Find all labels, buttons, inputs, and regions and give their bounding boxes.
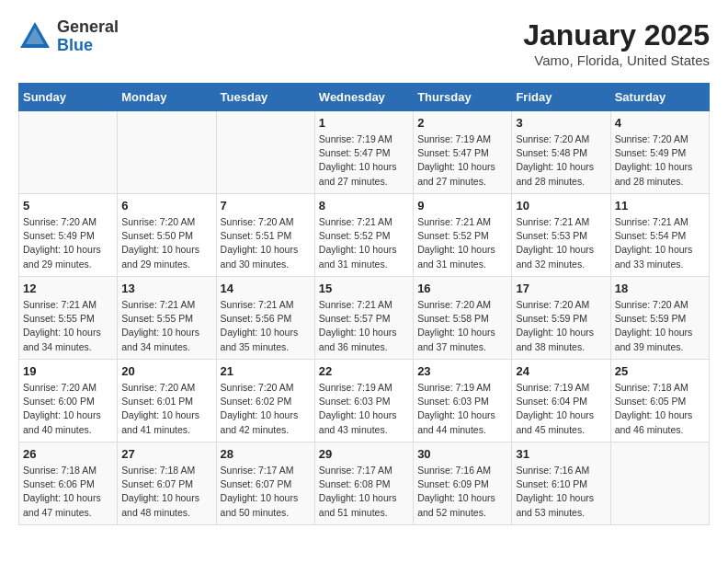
day-number: 10 <box>516 199 606 213</box>
calendar-cell: 11Sunrise: 7:21 AM Sunset: 5:54 PM Dayli… <box>610 194 709 277</box>
calendar-cell: 23Sunrise: 7:19 AM Sunset: 6:03 PM Dayli… <box>414 360 512 442</box>
day-info: Sunrise: 7:21 AM Sunset: 5:53 PM Dayligh… <box>516 215 606 271</box>
day-info: Sunrise: 7:21 AM Sunset: 5:54 PM Dayligh… <box>615 215 705 271</box>
day-info: Sunrise: 7:20 AM Sunset: 5:58 PM Dayligh… <box>417 298 507 354</box>
day-info: Sunrise: 7:20 AM Sunset: 6:01 PM Dayligh… <box>121 381 211 437</box>
day-info: Sunrise: 7:17 AM Sunset: 6:07 PM Dayligh… <box>221 464 311 520</box>
calendar-cell: 3Sunrise: 7:20 AM Sunset: 5:48 PM Daylig… <box>512 111 610 194</box>
day-number: 3 <box>516 116 606 130</box>
logo: General Blue <box>18 18 119 55</box>
day-number: 15 <box>319 282 409 295</box>
calendar-cell: 21Sunrise: 7:20 AM Sunset: 6:02 PM Dayli… <box>216 360 314 442</box>
day-info: Sunrise: 7:21 AM Sunset: 5:56 PM Dayligh… <box>221 298 311 354</box>
day-number: 31 <box>516 447 606 461</box>
calendar-header-row: SundayMondayTuesdayWednesdayThursdayFrid… <box>19 84 710 111</box>
day-number: 2 <box>417 116 507 130</box>
calendar-cell: 1Sunrise: 7:19 AM Sunset: 5:47 PM Daylig… <box>314 111 413 194</box>
calendar-cell: 4Sunrise: 7:20 AM Sunset: 5:49 PM Daylig… <box>610 111 709 194</box>
calendar-cell: 7Sunrise: 7:20 AM Sunset: 5:51 PM Daylig… <box>216 194 314 277</box>
day-number: 27 <box>121 447 211 461</box>
calendar-week-row: 5Sunrise: 7:20 AM Sunset: 5:49 PM Daylig… <box>19 194 710 277</box>
weekday-header-friday: Friday <box>512 84 610 111</box>
calendar-cell: 10Sunrise: 7:21 AM Sunset: 5:53 PM Dayli… <box>512 194 610 277</box>
day-number: 11 <box>615 199 705 213</box>
day-info: Sunrise: 7:17 AM Sunset: 6:08 PM Dayligh… <box>319 464 409 520</box>
calendar-cell: 22Sunrise: 7:19 AM Sunset: 6:03 PM Dayli… <box>314 360 413 442</box>
day-info: Sunrise: 7:19 AM Sunset: 5:47 PM Dayligh… <box>319 132 409 189</box>
day-info: Sunrise: 7:20 AM Sunset: 5:50 PM Dayligh… <box>121 215 211 271</box>
calendar-cell: 6Sunrise: 7:20 AM Sunset: 5:50 PM Daylig… <box>118 194 216 277</box>
logo-icon <box>18 20 51 53</box>
calendar-cell: 13Sunrise: 7:21 AM Sunset: 5:55 PM Dayli… <box>118 277 216 360</box>
calendar-cell: 12Sunrise: 7:21 AM Sunset: 5:55 PM Dayli… <box>19 277 118 360</box>
logo-blue: Blue <box>57 37 119 55</box>
calendar-cell: 20Sunrise: 7:20 AM Sunset: 6:01 PM Dayli… <box>118 360 216 442</box>
calendar-week-row: 26Sunrise: 7:18 AM Sunset: 6:06 PM Dayli… <box>19 442 710 525</box>
day-info: Sunrise: 7:18 AM Sunset: 6:07 PM Dayligh… <box>121 464 211 520</box>
title-block: January 2025 Vamo, Florida, United State… <box>523 18 710 68</box>
calendar-cell <box>610 442 709 525</box>
calendar-cell <box>19 111 118 194</box>
day-number: 1 <box>319 116 409 130</box>
calendar-cell: 16Sunrise: 7:20 AM Sunset: 5:58 PM Dayli… <box>414 277 512 360</box>
calendar-cell: 30Sunrise: 7:16 AM Sunset: 6:09 PM Dayli… <box>414 442 512 525</box>
calendar-cell: 15Sunrise: 7:21 AM Sunset: 5:57 PM Dayli… <box>314 277 413 360</box>
calendar-cell <box>118 111 216 194</box>
day-info: Sunrise: 7:20 AM Sunset: 5:51 PM Dayligh… <box>221 215 311 271</box>
day-number: 5 <box>23 199 113 213</box>
day-number: 30 <box>417 447 507 461</box>
weekday-header-thursday: Thursday <box>414 84 512 111</box>
calendar-cell <box>216 111 314 194</box>
day-number: 24 <box>516 364 606 378</box>
day-info: Sunrise: 7:21 AM Sunset: 5:55 PM Dayligh… <box>121 298 211 354</box>
day-number: 19 <box>23 364 113 378</box>
calendar-cell: 2Sunrise: 7:19 AM Sunset: 5:47 PM Daylig… <box>414 111 512 194</box>
weekday-header-tuesday: Tuesday <box>216 84 314 111</box>
day-number: 4 <box>615 116 705 130</box>
calendar-table: SundayMondayTuesdayWednesdayThursdayFrid… <box>18 83 710 525</box>
day-info: Sunrise: 7:16 AM Sunset: 6:09 PM Dayligh… <box>417 464 507 520</box>
day-number: 28 <box>221 447 311 461</box>
day-info: Sunrise: 7:18 AM Sunset: 6:06 PM Dayligh… <box>23 464 113 520</box>
day-number: 26 <box>23 447 113 461</box>
day-info: Sunrise: 7:19 AM Sunset: 6:03 PM Dayligh… <box>319 381 409 437</box>
day-number: 17 <box>516 282 606 295</box>
day-info: Sunrise: 7:20 AM Sunset: 5:49 PM Dayligh… <box>615 132 705 189</box>
calendar-cell: 29Sunrise: 7:17 AM Sunset: 6:08 PM Dayli… <box>314 442 413 525</box>
day-info: Sunrise: 7:19 AM Sunset: 6:04 PM Dayligh… <box>516 381 606 437</box>
day-info: Sunrise: 7:20 AM Sunset: 6:00 PM Dayligh… <box>23 381 113 437</box>
calendar-cell: 14Sunrise: 7:21 AM Sunset: 5:56 PM Dayli… <box>216 277 314 360</box>
day-info: Sunrise: 7:21 AM Sunset: 5:57 PM Dayligh… <box>319 298 409 354</box>
weekday-header-monday: Monday <box>118 84 216 111</box>
calendar-cell: 17Sunrise: 7:20 AM Sunset: 5:59 PM Dayli… <box>512 277 610 360</box>
calendar-cell: 19Sunrise: 7:20 AM Sunset: 6:00 PM Dayli… <box>19 360 118 442</box>
day-number: 8 <box>319 199 409 213</box>
day-info: Sunrise: 7:20 AM Sunset: 5:48 PM Dayligh… <box>516 132 606 189</box>
day-info: Sunrise: 7:20 AM Sunset: 5:59 PM Dayligh… <box>516 298 606 354</box>
page-subtitle: Vamo, Florida, United States <box>523 52 710 68</box>
day-info: Sunrise: 7:19 AM Sunset: 6:03 PM Dayligh… <box>417 381 507 437</box>
day-number: 22 <box>319 364 409 378</box>
day-number: 12 <box>23 282 113 295</box>
page-title: January 2025 <box>523 18 710 52</box>
calendar-cell: 28Sunrise: 7:17 AM Sunset: 6:07 PM Dayli… <box>216 442 314 525</box>
calendar-cell: 26Sunrise: 7:18 AM Sunset: 6:06 PM Dayli… <box>19 442 118 525</box>
day-info: Sunrise: 7:20 AM Sunset: 5:49 PM Dayligh… <box>23 215 113 271</box>
calendar-cell: 24Sunrise: 7:19 AM Sunset: 6:04 PM Dayli… <box>512 360 610 442</box>
day-number: 23 <box>417 364 507 378</box>
day-info: Sunrise: 7:18 AM Sunset: 6:05 PM Dayligh… <box>615 381 705 437</box>
calendar-cell: 27Sunrise: 7:18 AM Sunset: 6:07 PM Dayli… <box>118 442 216 525</box>
calendar-week-row: 1Sunrise: 7:19 AM Sunset: 5:47 PM Daylig… <box>19 111 710 194</box>
calendar-cell: 25Sunrise: 7:18 AM Sunset: 6:05 PM Dayli… <box>610 360 709 442</box>
day-number: 13 <box>121 282 211 295</box>
calendar-week-row: 12Sunrise: 7:21 AM Sunset: 5:55 PM Dayli… <box>19 277 710 360</box>
day-number: 18 <box>615 282 705 295</box>
day-info: Sunrise: 7:20 AM Sunset: 5:59 PM Dayligh… <box>615 298 705 354</box>
day-number: 21 <box>221 364 311 378</box>
weekday-header-wednesday: Wednesday <box>314 84 413 111</box>
day-info: Sunrise: 7:21 AM Sunset: 5:52 PM Dayligh… <box>319 215 409 271</box>
weekday-header-saturday: Saturday <box>610 84 709 111</box>
logo-general: General <box>57 18 119 37</box>
day-info: Sunrise: 7:20 AM Sunset: 6:02 PM Dayligh… <box>221 381 311 437</box>
calendar-cell: 31Sunrise: 7:16 AM Sunset: 6:10 PM Dayli… <box>512 442 610 525</box>
